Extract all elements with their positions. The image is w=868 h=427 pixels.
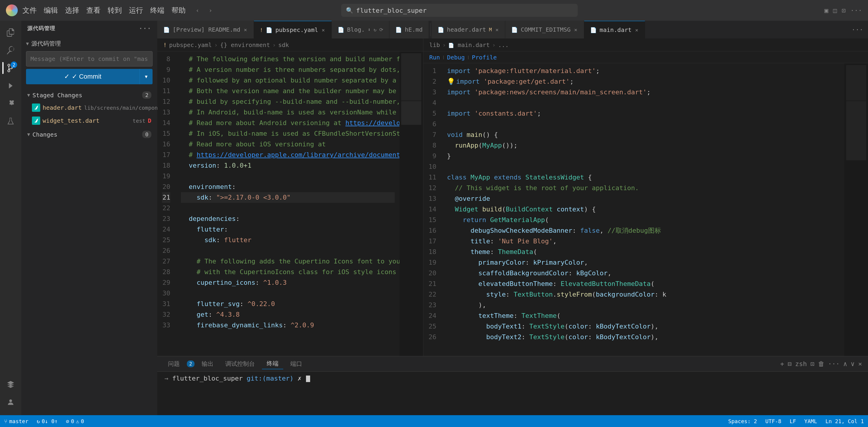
status-spaces[interactable]: Spaces: 2 — [724, 415, 761, 427]
breadcrumb-sdk[interactable]: sdk — [278, 41, 289, 49]
staged-file-widget-test[interactable]: widget_test.dart test D — [21, 114, 157, 127]
commit-button[interactable]: ✓ ✓ Commit — [26, 69, 140, 84]
dart-file-icon-2 — [32, 117, 40, 125]
tab-he-md[interactable]: 📄 hE.md — [390, 21, 429, 38]
run-link[interactable]: Run — [429, 54, 440, 61]
menu-file[interactable]: 文件 — [23, 6, 37, 15]
terminal-content[interactable]: → flutter_bloc_super git:(master) ✗ — [157, 372, 868, 415]
tab-label-commit: COMMIT_EDITMSG — [521, 26, 570, 33]
debug-link[interactable]: Debug — [447, 54, 465, 61]
menu-terminal[interactable]: 终端 — [150, 6, 164, 15]
terminal-up-icon[interactable]: ∧ — [843, 360, 847, 368]
activity-test[interactable] — [2, 113, 19, 129]
sidebar-more-button[interactable]: ··· — [138, 25, 151, 32]
terminal-trash-icon[interactable]: 🗑 — [818, 360, 825, 368]
tab-terminal[interactable]: 终端 — [262, 358, 283, 369]
status-eol[interactable]: LF — [785, 415, 800, 427]
tab-readme[interactable]: 📄 [Preview] README.md × — [157, 21, 254, 38]
tab-more-icon[interactable]: ··· — [851, 26, 863, 33]
staged-changes-header[interactable]: ▼ Staged Changes 2 — [21, 89, 157, 101]
code-area-left[interactable]: 89101112 1314151617 1819202122 232425262… — [157, 52, 423, 356]
tab-close-commit[interactable]: × — [574, 26, 578, 33]
nav-back-button[interactable]: ‹ — [193, 6, 202, 15]
warning-icon-status: ⚠ — [76, 418, 79, 424]
nav-forward-button[interactable]: › — [206, 6, 215, 15]
status-branch[interactable]: ⑂ master — [0, 415, 33, 427]
menu-edit[interactable]: 编辑 — [44, 6, 58, 15]
activity-account[interactable] — [2, 394, 19, 410]
status-sync[interactable]: ↻ 0↓ 0↑ — [33, 415, 62, 427]
tab-close-header[interactable]: × — [495, 26, 499, 33]
terminal-kill-icon[interactable]: zsh — [795, 360, 807, 368]
txt-icon: 📄 — [511, 27, 518, 33]
changes-header[interactable]: ▼ Changes 0 — [21, 128, 157, 141]
tab-commit-editmsg[interactable]: 📄 COMMIT_EDITMSG × — [505, 21, 584, 38]
code-area-right[interactable]: 12345 678910 1112131415 1617181920 21222… — [423, 63, 868, 356]
layout-split-icon[interactable]: ⊡ — [842, 7, 845, 14]
tab-blog[interactable]: 📄 Blog. ⬇ ↻ ⟳ — [332, 21, 390, 38]
status-line-col[interactable]: Ln 21, Col 1 — [821, 415, 868, 427]
source-control-label[interactable]: ▼ 源代码管理 — [26, 38, 153, 49]
tab-debug-console[interactable]: 调试控制台 — [221, 359, 259, 369]
problems-badge: 2 — [187, 361, 194, 367]
refresh-icon[interactable]: ↻ — [374, 27, 377, 33]
commit-dropdown-button[interactable]: ▾ — [140, 69, 153, 84]
tab-main-dart[interactable]: 📄 main.dart × — [584, 21, 645, 38]
tab-ports[interactable]: 端口 — [286, 359, 307, 369]
breadcrumb-env[interactable]: {} environment — [220, 41, 270, 49]
terminal-close-icon[interactable]: × — [858, 360, 862, 368]
terminal-more-icon[interactable]: ··· — [828, 360, 840, 368]
terminal-down-icon[interactable]: ∨ — [851, 360, 855, 368]
menu-goto[interactable]: 转到 — [107, 6, 122, 15]
activity-source-control[interactable]: 2 — [2, 60, 19, 76]
activity-extensions[interactable] — [2, 95, 19, 112]
profile-link[interactable]: Profile — [472, 54, 497, 61]
activity-explorer[interactable] — [2, 24, 19, 41]
tab-output[interactable]: 输出 — [197, 359, 218, 369]
sync-icon[interactable]: ⟳ — [379, 27, 383, 33]
menu-help[interactable]: 帮助 — [172, 6, 186, 15]
status-lang[interactable]: YAML — [800, 415, 821, 427]
tab-header-dart[interactable]: 📄 header.dart M × — [432, 21, 505, 38]
terminal-actions: + ⊟ zsh ⊡ 🗑 ··· ∧ ∨ × — [780, 360, 862, 368]
terminal-layout-icon[interactable]: ⊡ — [810, 360, 814, 368]
yaml-icon: 📄 — [266, 27, 272, 33]
commit-message-input[interactable] — [26, 51, 153, 66]
breadcrumb-left: ! pubspec.yaml › {} environment › sdk — [157, 38, 423, 52]
breadcrumb-file[interactable]: pubspec.yaml — [169, 41, 212, 49]
layout-icon[interactable]: ▣ — [825, 7, 828, 14]
activity-deploy[interactable] — [2, 376, 19, 393]
status-encoding[interactable]: UTF-8 — [761, 415, 785, 427]
tab-close-main[interactable]: × — [634, 26, 639, 34]
tab-problems[interactable]: 问题 — [163, 359, 184, 369]
breadcrumb-more[interactable]: ... — [498, 41, 509, 49]
changes-section: ▼ Changes 0 — [21, 128, 157, 141]
minimap-right — [844, 63, 868, 356]
search-bar[interactable]: 🔍 — [341, 4, 578, 17]
search-input[interactable] — [356, 7, 573, 14]
terminal-path: flutter_bloc_super — [173, 375, 243, 382]
menu-view[interactable]: 查看 — [86, 6, 100, 15]
tab-close-readme[interactable]: × — [243, 26, 248, 33]
layout-alt-icon[interactable]: ◫ — [833, 7, 837, 14]
tab-label-hemd: hE.md — [405, 26, 423, 33]
nav-buttons: ‹ › — [193, 6, 215, 15]
menu-select[interactable]: 选择 — [65, 6, 79, 15]
terminal-branch: git:(master) — [247, 375, 293, 382]
status-errors[interactable]: ⊘ 0 ⚠ 0 — [62, 415, 88, 427]
activity-run[interactable] — [2, 78, 19, 94]
breadcrumb-lib[interactable]: lib — [429, 41, 440, 49]
more-icon[interactable]: ··· — [850, 7, 862, 14]
terminal-add-icon[interactable]: + — [780, 360, 784, 368]
tab-pubspec[interactable]: ! 📄 pubspec.yaml × — [254, 21, 332, 38]
terminal-split-icon[interactable]: ⊟ — [787, 360, 792, 368]
window-controls: ▣ ◫ ⊡ ··· — [825, 7, 862, 14]
menu-run[interactable]: 运行 — [129, 6, 143, 15]
tab-close-pubspec[interactable]: × — [321, 26, 326, 34]
staged-file-header-dart[interactable]: header.dart lib/screens/main/compon... M — [21, 101, 157, 114]
breadcrumb-main-dart[interactable]: 📄 main.dart — [448, 41, 490, 49]
activity-search[interactable] — [2, 42, 19, 59]
editor-right: lib › 📄 main.dart › ... Run | Debug | Pr… — [423, 38, 868, 356]
editors-row: ! pubspec.yaml › {} environment › sdk 89… — [157, 38, 868, 356]
staged-filename-1: header.dart — [42, 104, 82, 111]
